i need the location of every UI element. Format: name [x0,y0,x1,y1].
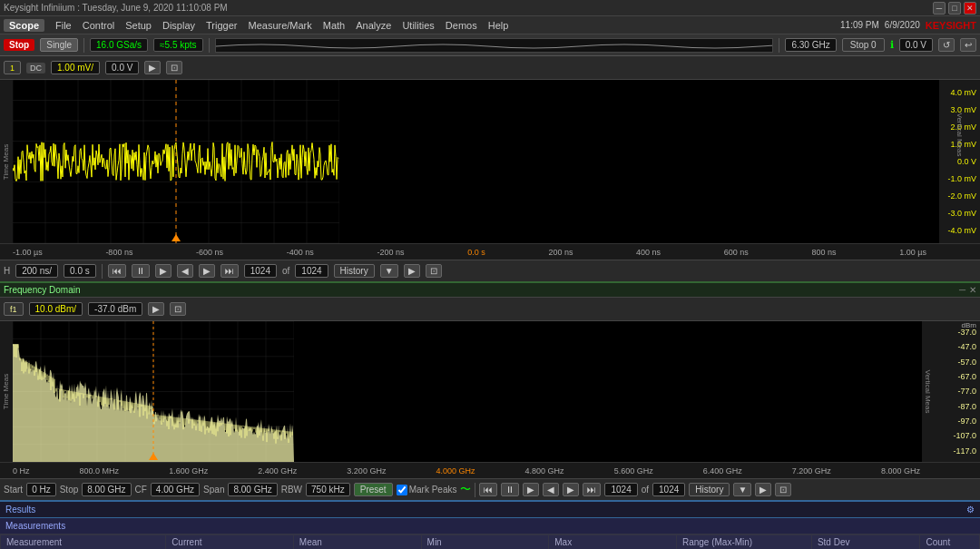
channel1-label: 1 [10,64,15,73]
frequency-display: 6.30 GHz [785,38,836,52]
freq-canvas [13,321,294,462]
results-settings-icon[interactable]: ⚙ [966,505,975,515]
scope-section: 1 DC 1.00 mV/ 0.0 V ▶ ⊡ Time Meas 4.0 mV… [0,56,980,281]
history-button[interactable]: History [334,264,375,278]
menu-utilities[interactable]: Utilities [402,20,434,31]
freq-close-icon[interactable]: ✕ [969,285,976,295]
menu-file[interactable]: File [55,20,72,31]
time-display: 11:09 PM [840,20,879,30]
col-mean: Mean [293,535,421,550]
freq-of-label: of [642,485,649,495]
freq-scroll-right[interactable]: ▶ [148,302,164,316]
title-text: Keysight Infiniium : Tuesday, June 9, 20… [4,3,228,13]
scope-header: 1 DC 1.00 mV/ 0.0 V ▶ ⊡ [0,56,980,80]
col-min: Min [421,535,549,550]
play-pause-button[interactable]: ⏸ [132,264,150,278]
history-dropdown[interactable]: ▼ [380,264,398,278]
step-right-button[interactable]: ▶ [199,264,215,278]
freq-domain-section: Frequency Domain ─ ✕ f1 10.0 dBm/ -37.0 … [0,281,980,500]
scope-canvas-area: Time Meas 4.0 mV 3.0 mV 2.0 mV 1.0 mV 0.… [0,80,980,243]
history-end[interactable]: ⊡ [426,264,442,278]
voltage-toolbar-display: 0.0 V [899,38,933,52]
mark-peaks-text: Mark Peaks [409,485,457,495]
col-measurement: Measurement [1,535,166,550]
col-current: Current [166,535,294,550]
freq-ref-level: -37.0 dBm [88,302,142,316]
freq-right-axis: -37.0 -47.0 -57.0 -67.0 -77.0 -87.0 -97.… [933,321,980,462]
span-display: 8.00 GHz [228,483,277,496]
table-header-row: Measurement Current Mean Min Max Range (… [1,535,980,550]
menu-scope[interactable]: Scope [4,19,44,32]
date-display: 6/9/2020 [885,20,920,30]
autoscale-button[interactable]: ⊡ [166,61,182,74]
freq-autoscale[interactable]: ⊡ [170,302,186,316]
scroll-right-button[interactable]: ▶ [144,61,161,74]
col-stddev: Std Dev [811,535,920,550]
freq-history-end[interactable]: ⊡ [775,483,791,496]
channel1-button[interactable]: 1 [4,61,21,74]
col-max: Max [549,535,677,550]
freq-history-dropdown[interactable]: ▼ [733,483,751,496]
back-begin-button[interactable]: ⏮ [108,264,126,278]
menu-analyze[interactable]: Analyze [356,20,391,31]
vertical-meas-freq: Vertical Meas [922,321,933,462]
time-meas-text-freq: Time Meas [3,374,11,409]
menu-trigger[interactable]: Trigger [206,20,237,31]
menu-math[interactable]: Math [323,20,345,31]
reset-button[interactable]: ↺ [938,38,955,52]
end-button[interactable]: ⏭ [220,264,239,278]
stop-button[interactable]: Stop [4,39,34,51]
title-bar: Keysight Infiniium : Tuesday, June 9, 20… [0,0,980,16]
preset-button[interactable]: Preset [354,483,393,496]
freq-domain-header: Frequency Domain ─ ✕ [0,281,980,298]
maximize-button[interactable]: □ [948,2,961,15]
freq-db-scale: 10.0 dBm/ [29,302,83,316]
channel-offset-display: 0.0 V [105,61,139,74]
stop-zero-button[interactable]: Stop 0 [842,38,885,52]
menu-control[interactable]: Control [83,20,114,31]
menu-display[interactable]: Display [162,20,195,31]
start-label: Start [4,485,23,495]
undo-button[interactable]: ↩ [960,38,976,52]
pts-display: ≈5.5 kpts [153,38,203,52]
start-freq-display: 0 Hz [26,483,56,496]
scope-total-count: 1024 [295,264,328,278]
freq-controls: f1 10.0 dBm/ -37.0 dBm ▶ ⊡ [0,298,980,321]
step-left-button[interactable]: ◀ [177,264,193,278]
freq-window-icon: ─ [959,285,965,295]
results-section: Results ⚙ Measurements Measurement Curre… [0,500,980,549]
time-meas-text: Time Meas [3,143,11,179]
freq-back-begin[interactable]: ⏮ [479,483,497,496]
trigger-offset-display: 0.0 s [64,264,96,278]
stop-label: Stop [60,485,79,495]
freq-step-right[interactable]: ▶ [563,483,579,496]
freq-play[interactable]: ▶ [523,483,539,496]
time-div-display: 200 ns/ [15,264,58,278]
cf-label: CF [135,485,147,495]
freq-play-pause[interactable]: ⏸ [501,483,519,496]
time-axis: -1.00 µs -800 ns -600 ns -400 ns -200 ns… [0,243,980,260]
freq-time-axis: 0 Hz 800.0 MHz 1.600 GHz 2.400 GHz 3.200… [0,462,980,478]
history-next[interactable]: ▶ [404,264,420,278]
mark-peaks-checkbox[interactable] [397,485,407,495]
menu-demos[interactable]: Demos [446,20,477,31]
freq-step-left[interactable]: ◀ [543,483,559,496]
menu-measure-mark[interactable]: Measure/Mark [248,20,311,31]
close-button[interactable]: ✕ [964,2,976,15]
measurements-label: Measurements [0,518,980,534]
play-button[interactable]: ▶ [155,264,172,278]
power-icon: ℹ [890,39,894,51]
span-label: Span [203,485,224,495]
menu-setup[interactable]: Setup [125,20,152,31]
dc-coupling-label: DC [26,63,45,74]
freq-history-button[interactable]: History [689,483,730,496]
freq-end[interactable]: ⏭ [583,483,601,496]
minimize-button[interactable]: ─ [933,2,946,15]
keysight-logo: KEYSIGHT [926,20,976,31]
single-button[interactable]: Single [40,38,78,52]
mark-peaks-label: Mark Peaks [397,485,457,495]
stop-freq-display: 8.00 GHz [82,483,131,496]
freq-channel-button[interactable]: f1 [4,302,24,316]
menu-help[interactable]: Help [488,20,509,31]
freq-history-next[interactable]: ▶ [755,483,771,496]
